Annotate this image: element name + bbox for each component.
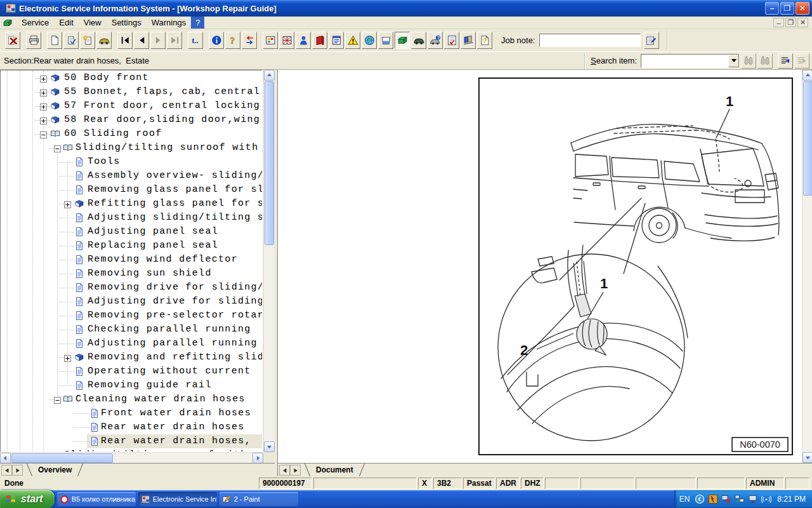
tab-scroll-left-button[interactable] [279,465,290,476]
tree-item[interactable]: Adjusting parallel running [1,337,263,351]
scroll-down-button[interactable] [264,441,275,452]
tree-item-label[interactable]: Operating without current [88,366,251,377]
tree-item-label[interactable]: Adjusting panel seal [88,226,218,237]
search-item-combobox[interactable] [641,54,740,68]
document-check-button[interactable] [63,32,79,49]
search-up-button[interactable] [741,53,756,69]
tree-expander-plus[interactable] [64,354,71,361]
tree-item[interactable]: Cleaning water drain hoses [1,392,263,406]
warnings-button[interactable] [345,32,360,49]
help-button[interactable]: ? [225,32,240,49]
tree-item[interactable]: Assembly overview- sliding/t [1,169,263,183]
scroll-up-button[interactable] [264,70,275,81]
vehicle-button[interactable] [96,32,112,49]
restore-button[interactable]: ❐ [780,2,794,15]
tree-item-label[interactable]: Removing guide rail [88,380,212,391]
tree-item[interactable]: Tools [1,155,263,169]
tree-item-label[interactable]: 57 Front door, central locking [64,100,260,111]
tree-item[interactable]: Removing glass panel for sli [1,183,263,197]
tree-item[interactable]: 50 Body front [1,71,263,85]
document-new-button[interactable] [80,32,95,49]
menu-edit[interactable]: Edit [54,17,78,29]
scroll-down-button[interactable] [802,452,812,463]
wiring-card-button[interactable] [279,32,294,49]
hitlist-forward-button[interactable] [794,53,809,69]
tree-item[interactable]: Rear water drain hoses, E [1,434,263,448]
tree-item-label[interactable]: Adjusting parallel running [88,338,258,349]
tree-expander-minus[interactable] [40,131,47,138]
text-size-button[interactable]: t.. [188,32,203,49]
tree-item[interactable]: 58 Rear door,sliding door,wing d [1,113,263,127]
tree-item[interactable]: Sliding/tilting sunroof with g [1,141,263,155]
mdi-restore-button[interactable]: ❐ [785,18,796,27]
tree-item-label[interactable]: Removing drive for sliding/t [88,282,263,293]
nav-next-button[interactable] [150,32,166,49]
tree-item-label[interactable]: Removing sun shield [88,268,212,279]
scroll-left-button[interactable] [0,453,11,464]
tree-expander-plus[interactable] [40,117,47,124]
tree-expander-plus[interactable] [40,75,47,82]
wireless-icon[interactable] [761,494,771,504]
parts-button[interactable] [378,32,393,49]
tree-item[interactable]: Removing and refitting slidi [1,351,263,364]
monitor-icon[interactable] [748,494,758,504]
tree-item-label[interactable]: 58 Rear door,sliding door,wing d [64,114,263,125]
tree-item-label[interactable]: Sliding/tilting sunroof with g [75,142,263,153]
task-button[interactable]: B5 колко отливника... [57,492,136,506]
customer-button[interactable] [296,32,311,49]
service-card-button[interactable] [263,32,278,49]
start-button[interactable]: start [0,490,55,508]
tree-item[interactable]: Removing drive for sliding/t [1,281,263,295]
task-button[interactable]: Electronic Service Inf... [138,492,217,506]
scroll-right-button[interactable] [252,453,263,464]
tree-expander-plus[interactable] [64,201,71,208]
tray-chevron-icon[interactable] [695,494,705,504]
menu-service[interactable]: Service [16,17,54,29]
tree-item[interactable]: Adjusting sliding/tilting su [1,211,263,225]
search-down-button[interactable] [757,53,773,69]
tree-item[interactable]: Removing guide rail [1,378,263,392]
menu-settings[interactable]: Settings [107,17,147,29]
mdi-minimize-button[interactable]: – [773,18,784,27]
tree-scroll-thumb[interactable] [265,81,274,245]
compare-button[interactable] [242,32,257,49]
tree-item-label[interactable]: Replacing panel seal [88,240,218,251]
tree-item-label[interactable]: Removing pre-selector rotary [88,310,263,321]
tree-item[interactable]: Front water drain hoses [1,406,263,420]
nav-previous-button[interactable] [134,32,149,49]
tree-item[interactable]: Rear water drain hoses [1,420,263,434]
task-button[interactable]: 2 - Paint [219,492,298,506]
tree-item[interactable]: Removing sun shield [1,267,263,281]
internet-button[interactable] [362,32,377,49]
tree-item[interactable]: Adjusting drive for sliding/ [1,295,263,309]
tree-expander-minus[interactable] [54,396,61,403]
document-query-button[interactable]: ? [477,32,492,49]
nav-first-button[interactable] [117,32,133,49]
close-button[interactable]: ✕ [796,2,809,15]
tree-vertical-scrollbar[interactable] [263,70,274,452]
tree-item[interactable]: 60 Sliding roof [1,127,263,141]
tree-horizontal-scrollbar[interactable] [0,452,263,463]
tree-item[interactable]: 55 Bonnet, flaps, cab, central l [1,85,263,99]
print-button[interactable] [26,32,41,49]
tree-expander-plus[interactable] [40,89,47,96]
menu-warnings[interactable]: Warnings [147,17,191,29]
menu-view[interactable]: View [79,17,107,29]
tree-item-label[interactable]: Tools [88,156,121,167]
tree-item[interactable]: Checking parallel running [1,323,263,337]
nav-last-button[interactable] [167,32,182,49]
tree-item-label[interactable]: 60 Sliding roof [64,128,162,139]
tree-expander-minus[interactable] [54,145,61,152]
tree-item-label[interactable]: Adjusting drive for sliding/ [88,296,263,307]
new-document-button[interactable] [47,32,62,49]
language-indicator[interactable]: EN [679,495,690,504]
document-scroll-thumb[interactable] [803,81,812,196]
vehicle-data-button[interactable] [411,32,426,49]
tree-item-label[interactable]: Front water drain hoses [101,408,251,418]
tree-item[interactable]: 57 Front door, central locking [1,99,263,113]
tree-item-label[interactable]: Removing and refitting slidi [88,352,263,363]
tab-scroll-left-button[interactable] [1,465,12,476]
tab-document[interactable]: Document [306,464,363,476]
mdi-close-button[interactable]: ✕ [797,18,808,27]
tree-item-label[interactable]: Removing glass panel for sli [88,184,263,195]
